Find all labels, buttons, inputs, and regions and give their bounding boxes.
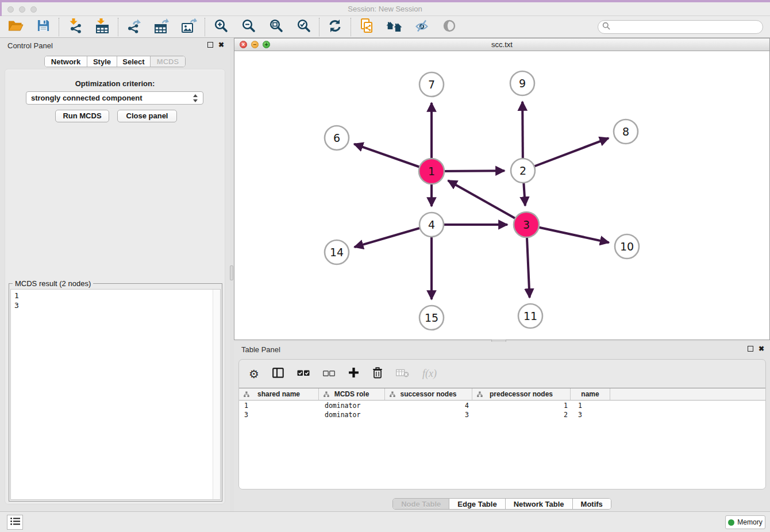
import-table-button[interactable] xyxy=(94,19,110,35)
float-panel-icon[interactable] xyxy=(207,42,213,48)
table-tabs: Node Table Edge Table Network Table Moti… xyxy=(234,498,770,510)
tab-edge-table[interactable]: Edge Table xyxy=(449,499,505,509)
clone-network-button[interactable] xyxy=(359,19,375,35)
table-row[interactable]: 1dominator411 xyxy=(239,401,765,410)
export-table-button[interactable] xyxy=(153,19,170,35)
table-cell[interactable]: 3 xyxy=(573,410,613,419)
delete-column-button[interactable] xyxy=(372,367,383,381)
tab-node-table[interactable]: Node Table xyxy=(393,499,449,509)
tab-select[interactable]: Select xyxy=(117,56,151,67)
graph-node-4[interactable]: 4 xyxy=(419,213,444,237)
table-header-row: shared nameMCDS rolesuccessor nodesprede… xyxy=(239,388,765,400)
column-header-0[interactable]: shared name xyxy=(239,388,319,400)
mcds-result-line: 3 xyxy=(14,300,19,310)
memory-button[interactable]: Memory xyxy=(725,515,765,529)
close-panel-icon[interactable]: ✖ xyxy=(759,345,764,352)
memory-label: Memory xyxy=(737,518,762,526)
right-column: × − + scc.txt 7968124314101511 xyxy=(234,38,770,511)
table-cell[interactable]: dominator xyxy=(319,410,386,419)
tab-style[interactable]: Style xyxy=(87,56,117,67)
graph-edge-2-8[interactable] xyxy=(523,138,609,171)
control-panel: Control Panel ✖ Network Style Select MCD… xyxy=(0,38,230,511)
show-hidden-button[interactable] xyxy=(441,19,457,35)
export-network-button[interactable] xyxy=(126,19,142,35)
column-header-3[interactable]: predecessor nodes xyxy=(472,388,571,400)
tab-motifs[interactable]: Motifs xyxy=(573,499,611,509)
zoom-in-button[interactable] xyxy=(213,19,229,35)
criterion-dropdown[interactable]: strongly connected component xyxy=(26,91,203,105)
tab-network[interactable]: Network xyxy=(45,56,87,67)
hide-selected-button[interactable] xyxy=(414,19,430,35)
checked-boxes-icon xyxy=(297,369,310,379)
splitter-grip[interactable] xyxy=(230,265,233,280)
deselect-all-button[interactable] xyxy=(323,369,335,379)
column-header-2[interactable]: successor nodes xyxy=(385,388,472,400)
graph-node-9[interactable]: 9 xyxy=(510,71,534,95)
show-all-nodes-button[interactable] xyxy=(386,19,402,35)
network-canvas[interactable]: 7968124314101511 xyxy=(234,51,769,340)
table-settings-button[interactable]: ⚙ xyxy=(249,368,259,380)
graph-node-8[interactable]: 8 xyxy=(614,119,638,144)
close-panel-icon[interactable]: ✖ xyxy=(218,41,224,48)
table-cell[interactable]: dominator xyxy=(319,401,386,410)
table-cell[interactable]: 4 xyxy=(386,401,474,410)
graph-edge-3-1[interactable] xyxy=(448,180,526,225)
apply-layout-button[interactable] xyxy=(327,19,343,35)
search-field[interactable] xyxy=(598,20,763,34)
table-cell[interactable]: 1 xyxy=(573,401,613,410)
graph-node-15[interactable]: 15 xyxy=(419,306,444,330)
export-image-button[interactable] xyxy=(181,19,197,35)
zoom-selected-button[interactable] xyxy=(295,19,311,35)
float-panel-icon[interactable] xyxy=(748,346,753,352)
table-cell[interactable]: 3 xyxy=(239,410,319,419)
export-table-icon xyxy=(154,18,170,36)
graph-node-1[interactable]: 1 xyxy=(419,159,444,184)
zoom-in-icon xyxy=(214,18,228,35)
result-scrollbar[interactable] xyxy=(213,290,220,499)
zoom-fit-button[interactable] xyxy=(268,19,284,35)
zoom-out-button[interactable] xyxy=(240,19,256,35)
table-row[interactable]: 3dominator323 xyxy=(239,410,765,419)
tab-mcds[interactable]: MCDS xyxy=(151,56,185,67)
add-column-button[interactable] xyxy=(348,367,359,380)
import-network-button[interactable] xyxy=(67,19,83,35)
table-cell[interactable]: 3 xyxy=(386,410,474,419)
column-header-4[interactable]: name xyxy=(571,388,610,400)
close-panel-button[interactable]: Close panel xyxy=(117,110,177,122)
graph-node-14[interactable]: 14 xyxy=(325,240,349,264)
run-mcds-button[interactable]: Run MCDS xyxy=(55,110,109,122)
eye-slash-icon xyxy=(415,19,429,35)
column-header-1[interactable]: MCDS role xyxy=(319,388,385,400)
table-cell[interactable]: 2 xyxy=(474,410,573,419)
table-cell[interactable]: 1 xyxy=(239,401,319,410)
list-icon xyxy=(10,516,21,529)
application-window: Session: New Session xyxy=(0,0,770,532)
graph-node-3[interactable]: 3 xyxy=(514,212,539,237)
graph-node-6[interactable]: 6 xyxy=(325,126,349,150)
table-body: 1dominator4113dominator323 xyxy=(239,401,765,489)
tab-network-table[interactable]: Network Table xyxy=(506,499,573,509)
search-input[interactable] xyxy=(613,22,763,32)
open-session-button[interactable] xyxy=(7,19,24,35)
column-label: successor nodes xyxy=(400,390,456,398)
open-folder-icon xyxy=(8,19,24,34)
graph-node-2[interactable]: 2 xyxy=(511,159,535,183)
graph-node-10[interactable]: 10 xyxy=(615,234,639,259)
show-columns-button[interactable] xyxy=(272,368,284,380)
graph-node-7[interactable]: 7 xyxy=(419,72,444,97)
task-history-button[interactable] xyxy=(7,515,23,530)
node-label: 11 xyxy=(523,310,537,322)
unchecked-boxes-icon xyxy=(323,369,335,379)
export-image-icon xyxy=(181,18,197,36)
table-cell[interactable]: 1 xyxy=(474,401,573,410)
node-label: 8 xyxy=(622,125,629,138)
destroy-table-button xyxy=(396,368,409,380)
trash-icon xyxy=(372,367,383,381)
vertical-splitter[interactable] xyxy=(230,38,234,511)
node-label: 6 xyxy=(333,132,340,144)
save-session-button[interactable] xyxy=(35,19,51,35)
mcds-result-text-area[interactable]: 1 3 xyxy=(10,289,221,500)
plus-icon xyxy=(348,367,359,380)
select-all-button[interactable] xyxy=(297,369,310,379)
graph-node-11[interactable]: 11 xyxy=(518,304,542,328)
